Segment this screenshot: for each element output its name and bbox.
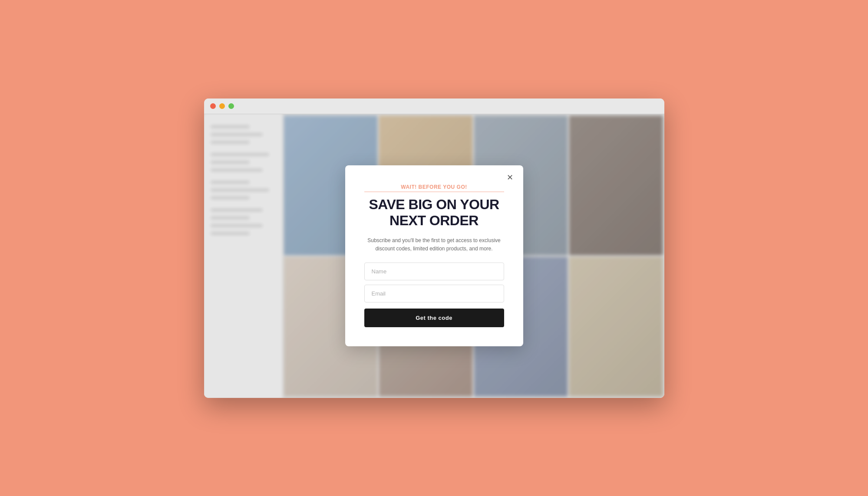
get-code-button[interactable]: Get the code (364, 309, 504, 327)
modal-close-button[interactable]: ✕ (504, 171, 516, 184)
maximize-dot[interactable] (228, 103, 234, 109)
modal-overlay: ✕ WAIT! BEFORE YOU GO! SAVE BIG ON YOUR … (204, 114, 664, 398)
modal-dialog: ✕ WAIT! BEFORE YOU GO! SAVE BIG ON YOUR … (345, 165, 523, 346)
modal-title: SAVE BIG ON YOUR NEXT ORDER (364, 197, 504, 229)
modal-subtitle: WAIT! BEFORE YOU GO! (364, 184, 504, 192)
browser-window: ✕ WAIT! BEFORE YOU GO! SAVE BIG ON YOUR … (204, 99, 664, 398)
modal-description: Subscribe and you'll be the first to get… (364, 237, 504, 253)
email-input[interactable] (364, 285, 504, 302)
name-input[interactable] (364, 263, 504, 280)
browser-titlebar (204, 99, 664, 114)
browser-content: ✕ WAIT! BEFORE YOU GO! SAVE BIG ON YOUR … (204, 114, 664, 398)
close-dot[interactable] (210, 103, 216, 109)
minimize-dot[interactable] (219, 103, 225, 109)
